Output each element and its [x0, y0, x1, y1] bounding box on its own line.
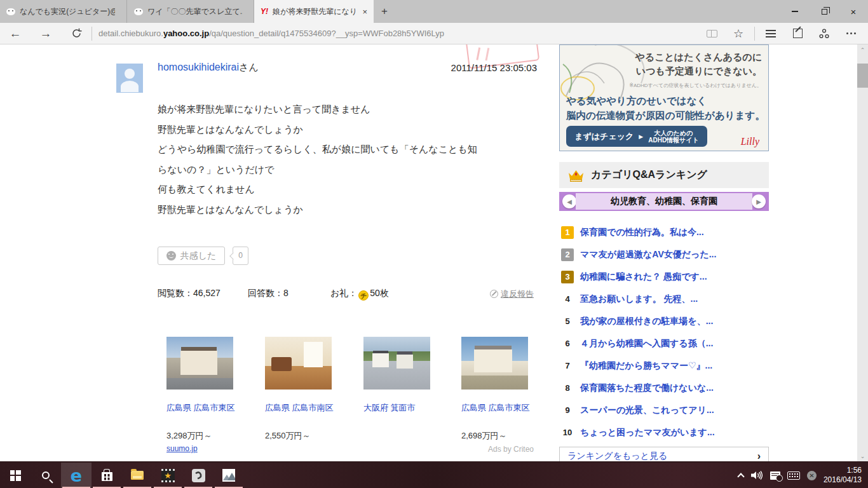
favorites-star-button[interactable]: ☆: [728, 24, 749, 43]
property-price: 3,298万円～: [166, 430, 262, 442]
web-note-icon: [793, 29, 803, 38]
ranking-item[interactable]: 3幼稚園に騙された？ 愚痴です...: [559, 266, 769, 288]
category-prev-button[interactable]: ◀: [562, 194, 576, 208]
action-center-icon[interactable]: [770, 471, 780, 480]
ranking-item[interactable]: 10ちょっと困ったママ友がいます...: [559, 421, 769, 444]
ranking-more-row[interactable]: ランキングをもっと見る ›: [559, 447, 769, 461]
ranking-link[interactable]: ４月から幼稚園へ入園する孫（...: [580, 338, 713, 349]
property-card[interactable]: 広島県 広島市南区 2,550万円～: [265, 337, 360, 442]
clip-studio-icon: [192, 469, 205, 482]
more-options-button[interactable]: [840, 24, 862, 43]
username-link[interactable]: homosukihidekirai: [158, 62, 239, 72]
empathy-button[interactable]: 共感した: [158, 247, 225, 265]
suumo-link[interactable]: suumo.jp: [166, 444, 198, 453]
smiley-icon: [166, 251, 176, 261]
folder-icon: [131, 471, 144, 480]
property-card[interactable]: 大阪府 箕面市: [363, 337, 459, 430]
browser-tab-2[interactable]: ワイ「〇〇先輩でスレ立て...っと.: [128, 0, 254, 23]
divider: [754, 27, 755, 41]
question-line: 野獣先輩とはなんなんでしょうか: [158, 119, 545, 140]
taskbar-store-button[interactable]: [92, 463, 122, 488]
scrollbar-up-arrow[interactable]: ⌃: [857, 44, 868, 55]
window-minimize-button[interactable]: [780, 0, 810, 23]
window-restore-button[interactable]: [810, 0, 839, 23]
status-x-icon[interactable]: ✕: [807, 471, 817, 480]
forward-button[interactable]: →: [31, 23, 61, 44]
rank-number: 7: [561, 360, 574, 372]
store-icon: [102, 472, 112, 481]
share-icon: [819, 29, 829, 39]
rank-badge: 2: [561, 248, 574, 261]
ranking-link[interactable]: 『幼稚園だから勝ちママー♡』...: [580, 360, 712, 372]
property-photo[interactable]: [363, 337, 430, 390]
url-field[interactable]: detail.chiebukuro.yahoo.co.jp/qa/questio…: [92, 29, 701, 38]
start-button[interactable]: [0, 463, 31, 488]
taskbar-movie-app-button[interactable]: ★: [153, 463, 183, 488]
avatar[interactable]: [116, 64, 143, 93]
property-photo[interactable]: [166, 337, 233, 390]
property-region-link[interactable]: 広島県 広島市東区: [461, 402, 557, 414]
ranking-link[interactable]: 至急お願いします。 先程、...: [580, 294, 698, 305]
taskbar-clock[interactable]: 1:56 2016/04/13: [824, 466, 862, 485]
reading-view-button[interactable]: [701, 24, 722, 43]
volume-icon[interactable]: [750, 470, 763, 480]
ranking-item[interactable]: 9スーパーの光景、これってアリ...: [559, 399, 769, 421]
ranking-item[interactable]: 1保育園での性的行為。私は今...: [559, 221, 769, 243]
ads-by-criteo-label: Ads by Criteo: [488, 445, 534, 454]
ranking-item[interactable]: 2ママ友が超過激なAV女優だった...: [559, 243, 769, 266]
taskbar-file-explorer-button[interactable]: [122, 463, 153, 488]
property-region-link[interactable]: 広島県 広島市東区: [166, 402, 262, 414]
ad-check-button[interactable]: まずはチェック ▶ 大人のためのADHD情報サイト: [566, 126, 707, 147]
share-button[interactable]: [813, 24, 835, 43]
ranking-link[interactable]: 保育園落ちた程度で働けないな...: [580, 383, 714, 394]
category-next-button[interactable]: ▶: [752, 194, 766, 208]
tab-close-icon[interactable]: ×: [362, 7, 367, 17]
browser-tab-active[interactable]: Y! 娘が将来野獣先輩になり ×: [254, 0, 374, 23]
ranking-link[interactable]: ちょっと困ったママ友がいます...: [580, 427, 715, 438]
hub-button[interactable]: [760, 24, 782, 43]
thanks-stat: お礼：チ50枚: [330, 288, 389, 301]
refresh-button[interactable]: [61, 23, 92, 44]
property-region-link[interactable]: 大阪府 箕面市: [363, 402, 459, 414]
taskbar-photos-button[interactable]: [214, 463, 244, 488]
property-photo[interactable]: [265, 337, 332, 390]
adhd-ad-banner[interactable]: やることはたくさんあるのに いつも予定通りにできない。 ※ADHDすべての症状を…: [559, 44, 769, 151]
ranking-item[interactable]: 6４月から幼稚園へ入園する孫（...: [559, 332, 769, 355]
tab-title: ワイ「〇〇先輩でスレ立て...っと.: [147, 6, 243, 17]
ad-copy-2: 脳内の伝達物質が原因の可能性があります。: [566, 108, 765, 123]
lilly-logo: Lilly: [741, 136, 759, 147]
web-note-button[interactable]: [787, 24, 808, 43]
chevron-right-icon: ›: [757, 451, 761, 461]
back-button[interactable]: ←: [0, 23, 31, 44]
ranking-link[interactable]: スーパーの光景、これってアリ...: [580, 405, 714, 416]
taskbar-clip-studio-button[interactable]: [183, 463, 214, 488]
taskbar-search-button[interactable]: [31, 463, 61, 488]
ranking-link[interactable]: 保育園での性的行為。私は今...: [580, 227, 704, 238]
new-tab-button[interactable]: +: [374, 0, 395, 23]
property-card[interactable]: 広島県 広島市東区 3,298万円～: [166, 337, 262, 442]
rank-number: 8: [561, 382, 574, 395]
ranking-link[interactable]: 我が家の屋根付きの駐車場を、...: [580, 316, 713, 327]
ad-headline-2: いつも予定通りにできない。: [636, 65, 762, 78]
tray-chevron-up-icon[interactable]: [737, 473, 744, 480]
ranking-more-link[interactable]: ランキングをもっと見る: [567, 451, 667, 461]
ranking-link[interactable]: 幼稚園に騙された？ 愚痴です...: [580, 271, 707, 283]
touch-keyboard-icon[interactable]: [787, 471, 800, 480]
ranking-item[interactable]: 4至急お願いします。 先程、...: [559, 288, 769, 310]
property-card[interactable]: 広島県 広島市東区 2,698万円～: [461, 337, 557, 442]
vertical-scrollbar[interactable]: ⌃ ⌄: [857, 44, 868, 461]
question-line: 娘が将来野獣先輩になりたいと言って聞きません: [158, 99, 545, 119]
clock-date: 2016/04/13: [824, 475, 862, 485]
taskbar-edge-button[interactable]: e: [61, 463, 92, 488]
window-close-button[interactable]: ×: [839, 0, 868, 23]
report-violation-link[interactable]: 違反報告: [490, 288, 534, 300]
ranking-link[interactable]: ママ友が超過激なAV女優だった...: [580, 249, 716, 261]
property-region-link[interactable]: 広島県 広島市南区: [265, 402, 360, 414]
property-photo[interactable]: [461, 337, 528, 390]
browser-tab-1[interactable]: なんでも実況(ジュピター)@お－...: [0, 0, 127, 23]
scrollbar-thumb[interactable]: [857, 64, 868, 88]
scrollbar-down-arrow[interactable]: ⌄: [857, 451, 868, 461]
ranking-item[interactable]: 8保育園落ちた程度で働けないな...: [559, 377, 769, 399]
ranking-item[interactable]: 5我が家の屋根付きの駐車場を、...: [559, 310, 769, 332]
ranking-item[interactable]: 7『幼稚園だから勝ちママー♡』...: [559, 355, 769, 377]
